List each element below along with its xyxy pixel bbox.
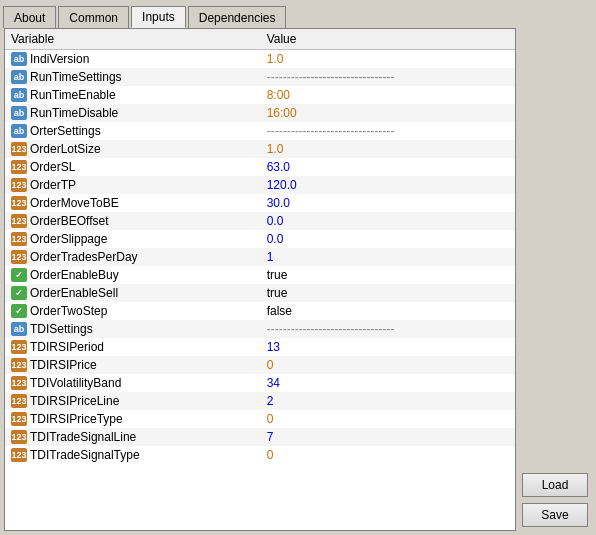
var-name: RunTimeSettings xyxy=(30,70,122,84)
table-row[interactable]: 123TDIVolatilityBand34 xyxy=(5,374,515,392)
table-row[interactable]: 123TDIRSIPriceType0 xyxy=(5,410,515,428)
table-row[interactable]: 123OrderMoveToBE30.0 xyxy=(5,194,515,212)
val-cell: 0.0 xyxy=(261,230,515,248)
var-cell: abRunTimeEnable xyxy=(5,86,261,104)
var-cell: 123TDIRSIPrice xyxy=(5,356,261,374)
table-row[interactable]: 123OrderBEOffset0.0 xyxy=(5,212,515,230)
load-button[interactable]: Load xyxy=(522,473,588,497)
tab-dependencies[interactable]: Dependencies xyxy=(188,6,287,28)
var-cell: 123OrderMoveToBE xyxy=(5,194,261,212)
var-cell: abOrterSettings xyxy=(5,122,261,140)
val-cell: true xyxy=(261,284,515,302)
type-badge-bool: ✓ xyxy=(11,304,27,318)
tab-about[interactable]: About xyxy=(3,6,56,28)
var-name: TDIRSIPriceLine xyxy=(30,394,119,408)
val-cell: 0.0 xyxy=(261,212,515,230)
var-name: OrderSlippage xyxy=(30,232,107,246)
var-cell: 123OrderSL xyxy=(5,158,261,176)
table-row[interactable]: 123TDIRSIPrice0 xyxy=(5,356,515,374)
inputs-table: Variable Value abIndiVersion1.0abRunTime… xyxy=(5,29,515,464)
type-badge-bool: ✓ xyxy=(11,268,27,282)
val-cell: -------------------------------- xyxy=(261,320,515,338)
type-badge-num: 123 xyxy=(11,376,27,390)
table-row[interactable]: 123OrderTradesPerDay1 xyxy=(5,248,515,266)
val-cell: 0 xyxy=(261,446,515,464)
type-badge-ab: ab xyxy=(11,70,27,84)
table-row[interactable]: abRunTimeSettings-----------------------… xyxy=(5,68,515,86)
type-badge-num: 123 xyxy=(11,142,27,156)
val-cell: 1 xyxy=(261,248,515,266)
table-row[interactable]: ✓OrderTwoStepfalse xyxy=(5,302,515,320)
var-name: OrderMoveToBE xyxy=(30,196,119,210)
table-row[interactable]: ✓OrderEnableBuytrue xyxy=(5,266,515,284)
table-row[interactable]: abTDISettings---------------------------… xyxy=(5,320,515,338)
var-cell: 123TDIRSIPriceLine xyxy=(5,392,261,410)
val-cell: false xyxy=(261,302,515,320)
var-cell: 123OrderTradesPerDay xyxy=(5,248,261,266)
table-row[interactable]: 123OrderSL63.0 xyxy=(5,158,515,176)
type-badge-num: 123 xyxy=(11,196,27,210)
val-cell: 30.0 xyxy=(261,194,515,212)
type-badge-num: 123 xyxy=(11,412,27,426)
tab-inputs[interactable]: Inputs xyxy=(131,6,186,28)
type-badge-bool: ✓ xyxy=(11,286,27,300)
var-cell: 123OrderTP xyxy=(5,176,261,194)
val-cell: -------------------------------- xyxy=(261,122,515,140)
var-name: TDITradeSignalLine xyxy=(30,430,136,444)
var-cell: 123OrderLotSize xyxy=(5,140,261,158)
var-name: OrderLotSize xyxy=(30,142,101,156)
var-name: IndiVersion xyxy=(30,52,89,66)
var-cell: ✓OrderEnableBuy xyxy=(5,266,261,284)
var-cell: abIndiVersion xyxy=(5,50,261,68)
val-cell: 0 xyxy=(261,410,515,428)
var-name: RunTimeEnable xyxy=(30,88,116,102)
val-cell: 1.0 xyxy=(261,50,515,68)
table-row[interactable]: abRunTimeEnable8:00 xyxy=(5,86,515,104)
type-badge-num: 123 xyxy=(11,214,27,228)
val-cell: 34 xyxy=(261,374,515,392)
type-badge-ab: ab xyxy=(11,106,27,120)
table-row[interactable]: abRunTimeDisable16:00 xyxy=(5,104,515,122)
val-cell: -------------------------------- xyxy=(261,68,515,86)
var-name: TDISettings xyxy=(30,322,93,336)
save-button[interactable]: Save xyxy=(522,503,588,527)
type-badge-ab: ab xyxy=(11,124,27,138)
right-panel: Load Save xyxy=(522,28,592,531)
var-name: OrderEnableSell xyxy=(30,286,118,300)
col-value: Value xyxy=(261,29,515,50)
val-cell: 16:00 xyxy=(261,104,515,122)
table-row[interactable]: 123OrderTP120.0 xyxy=(5,176,515,194)
col-variable: Variable xyxy=(5,29,261,50)
type-badge-ab: ab xyxy=(11,322,27,336)
table-row[interactable]: 123TDIRSIPeriod13 xyxy=(5,338,515,356)
table-panel: Variable Value abIndiVersion1.0abRunTime… xyxy=(4,28,516,531)
type-badge-num: 123 xyxy=(11,178,27,192)
var-name: OrterSettings xyxy=(30,124,101,138)
main-window: AboutCommonInputsDependencies Variable V… xyxy=(0,0,596,535)
type-badge-ab: ab xyxy=(11,88,27,102)
val-cell: 0 xyxy=(261,356,515,374)
table-row[interactable]: 123TDIRSIPriceLine2 xyxy=(5,392,515,410)
table-row[interactable]: 123OrderLotSize1.0 xyxy=(5,140,515,158)
table-row[interactable]: abIndiVersion1.0 xyxy=(5,50,515,68)
table-row[interactable]: 123TDITradeSignalType0 xyxy=(5,446,515,464)
var-cell: 123OrderBEOffset xyxy=(5,212,261,230)
tab-bar: AboutCommonInputsDependencies xyxy=(0,0,596,28)
var-name: OrderSL xyxy=(30,160,75,174)
table-row[interactable]: ✓OrderEnableSelltrue xyxy=(5,284,515,302)
var-cell: ✓OrderTwoStep xyxy=(5,302,261,320)
var-cell: 123TDITradeSignalType xyxy=(5,446,261,464)
var-name: TDIVolatilityBand xyxy=(30,376,121,390)
table-row[interactable]: 123OrderSlippage0.0 xyxy=(5,230,515,248)
var-name: TDIRSIPrice xyxy=(30,358,97,372)
var-cell: ✓OrderEnableSell xyxy=(5,284,261,302)
val-cell: true xyxy=(261,266,515,284)
table-row[interactable]: abOrterSettings-------------------------… xyxy=(5,122,515,140)
type-badge-num: 123 xyxy=(11,340,27,354)
var-name: OrderBEOffset xyxy=(30,214,108,228)
tab-common[interactable]: Common xyxy=(58,6,129,28)
table-row[interactable]: 123TDITradeSignalLine7 xyxy=(5,428,515,446)
var-cell: abRunTimeDisable xyxy=(5,104,261,122)
var-cell: abTDISettings xyxy=(5,320,261,338)
var-name: TDITradeSignalType xyxy=(30,448,140,462)
